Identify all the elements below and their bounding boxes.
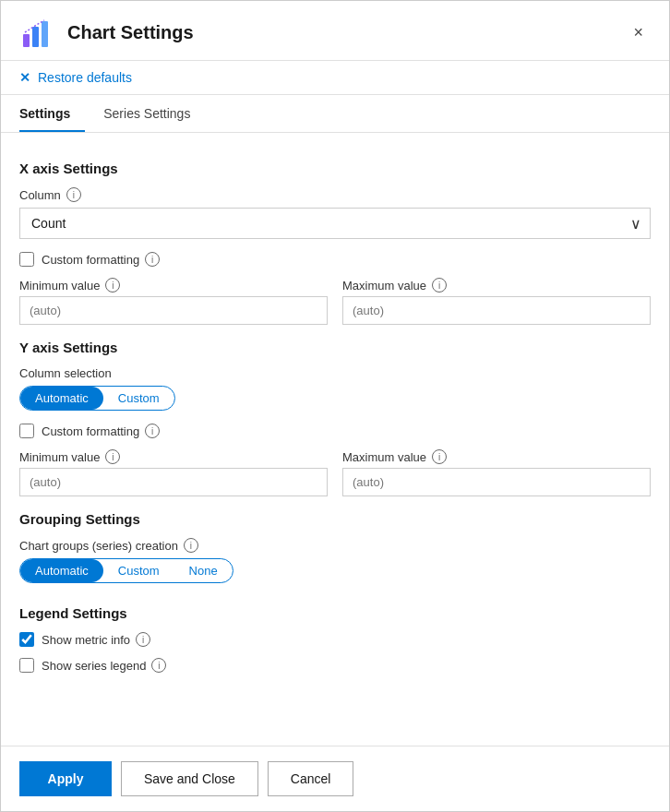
xaxis-title: X axis Settings	[19, 161, 651, 176]
xaxis-column-info-icon[interactable]: i	[66, 187, 81, 202]
show-metric-info-icon[interactable]: i	[136, 632, 150, 647]
yaxis-max-input[interactable]	[342, 468, 651, 496]
xaxis-min-label: Minimum value i	[19, 278, 328, 293]
tab-settings[interactable]: Settings	[19, 95, 85, 132]
yaxis-max-field: Maximum value i	[342, 449, 651, 496]
svg-rect-1	[32, 27, 39, 47]
xaxis-max-info-icon[interactable]: i	[432, 278, 447, 293]
yaxis-custom-formatting-info-icon[interactable]: i	[145, 424, 160, 438]
xaxis-max-input[interactable]	[342, 296, 651, 325]
save-and-close-button[interactable]: Save and Close	[121, 761, 258, 796]
yaxis-column-selection-label: Column selection	[19, 366, 651, 380]
restore-defaults-button[interactable]: ✕ Restore defaults	[1, 61, 669, 95]
grouping-pill-group: Automatic Custom None	[19, 558, 233, 583]
xaxis-column-label: Column i	[19, 187, 651, 202]
yaxis-title: Y axis Settings	[19, 340, 651, 355]
show-series-legend-row: Show series legend i	[19, 658, 651, 673]
xaxis-min-input[interactable]	[19, 296, 328, 325]
apply-button[interactable]: Apply	[19, 761, 112, 796]
grouping-pill-automatic[interactable]: Automatic	[20, 559, 103, 582]
tab-series-settings[interactable]: Series Settings	[103, 95, 205, 132]
xaxis-min-max-row: Minimum value i Maximum value i	[19, 278, 651, 325]
yaxis-pill-automatic[interactable]: Automatic	[20, 387, 103, 410]
settings-content: X axis Settings Column i Count ∨ Custom …	[1, 133, 669, 746]
legend-title: Legend Settings	[19, 605, 651, 621]
show-metric-info-label[interactable]: Show metric info i	[42, 632, 150, 647]
cancel-button[interactable]: Cancel	[268, 761, 354, 796]
close-button[interactable]: ×	[626, 20, 651, 44]
dialog-footer: Apply Save and Close Cancel	[1, 746, 669, 811]
yaxis-custom-formatting-row: Custom formatting i	[19, 424, 651, 438]
dialog-header: Chart Settings ×	[1, 1, 669, 61]
grouping-title: Grouping Settings	[19, 511, 651, 527]
show-series-legend-label[interactable]: Show series legend i	[42, 658, 166, 673]
restore-x-icon: ✕	[19, 70, 30, 85]
legend-section: Legend Settings Show metric info i Show …	[19, 605, 651, 673]
grouping-pill-custom[interactable]: Custom	[103, 559, 174, 582]
yaxis-min-input[interactable]	[19, 468, 328, 496]
yaxis-custom-formatting-label[interactable]: Custom formatting i	[42, 424, 160, 438]
grouping-creation-info-icon[interactable]: i	[184, 538, 198, 553]
chart-icon	[19, 14, 56, 51]
xaxis-max-label: Maximum value i	[342, 278, 651, 293]
yaxis-custom-formatting-checkbox[interactable]	[19, 424, 34, 438]
yaxis-pill-custom[interactable]: Custom	[103, 387, 174, 410]
yaxis-min-max-row: Minimum value i Maximum value i	[19, 449, 651, 496]
xaxis-custom-formatting-info-icon[interactable]: i	[145, 252, 160, 267]
yaxis-min-field: Minimum value i	[19, 449, 328, 496]
yaxis-min-info-icon[interactable]: i	[105, 449, 120, 464]
show-metric-info-row: Show metric info i	[19, 632, 651, 647]
xaxis-section: X axis Settings Column i Count ∨ Custom …	[19, 161, 651, 325]
restore-defaults-label: Restore defaults	[38, 70, 132, 85]
show-series-legend-checkbox[interactable]	[19, 658, 34, 673]
svg-rect-2	[42, 21, 48, 47]
dialog-title: Chart Settings	[67, 22, 194, 43]
xaxis-min-info-icon[interactable]: i	[105, 278, 120, 293]
xaxis-max-field: Maximum value i	[342, 278, 651, 325]
xaxis-min-field: Minimum value i	[19, 278, 328, 325]
xaxis-custom-formatting-checkbox[interactable]	[19, 252, 34, 267]
chart-settings-dialog: Chart Settings × ✕ Restore defaults Sett…	[0, 0, 670, 812]
show-series-legend-info-icon[interactable]: i	[151, 658, 166, 673]
svg-rect-0	[23, 34, 30, 47]
show-metric-info-checkbox[interactable]	[19, 632, 34, 647]
xaxis-custom-formatting-label[interactable]: Custom formatting i	[42, 252, 160, 267]
grouping-creation-label: Chart groups (series) creation i	[19, 538, 651, 553]
title-area: Chart Settings	[19, 14, 194, 51]
yaxis-max-info-icon[interactable]: i	[432, 449, 447, 464]
xaxis-column-select-wrapper: Count ∨	[19, 208, 651, 239]
grouping-section: Grouping Settings Chart groups (series) …	[19, 511, 651, 596]
grouping-pill-none[interactable]: None	[174, 559, 233, 582]
xaxis-column-select[interactable]: Count	[19, 208, 651, 239]
tabs-area: Settings Series Settings	[1, 95, 669, 133]
xaxis-custom-formatting-row: Custom formatting i	[19, 252, 651, 267]
yaxis-section: Y axis Settings Column selection Automat…	[19, 340, 651, 496]
yaxis-pill-group: Automatic Custom	[19, 386, 175, 411]
yaxis-max-label: Maximum value i	[342, 449, 651, 464]
yaxis-min-label: Minimum value i	[19, 449, 328, 464]
